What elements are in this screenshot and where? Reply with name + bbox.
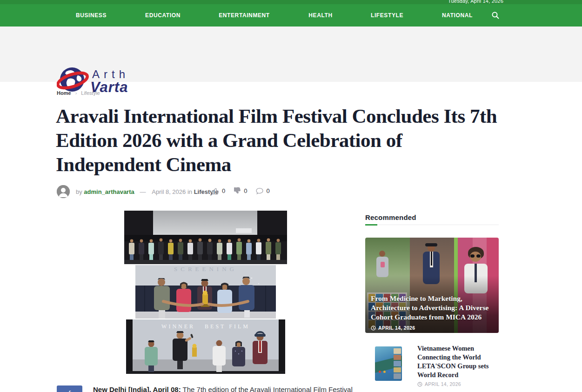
thumbs-down-icon — [234, 187, 241, 195]
featured-card-date-text: APRIL 14, 2026 — [378, 325, 415, 331]
comment-count: 0 — [266, 187, 269, 194]
nav-item-lifestyle[interactable]: LIFESTYLE — [371, 12, 403, 19]
comments-button[interactable]: 0 — [255, 187, 269, 195]
sidebar-heading: Recommended — [365, 213, 499, 221]
article-image-winner-photo: WINNER BEST FILM — [126, 319, 285, 374]
recommended-sidebar: Recommended — [365, 213, 499, 221]
byline-prefix: by — [76, 188, 82, 195]
recommended-featured-card[interactable]: From Medicine to Marketing, Architecture… — [365, 238, 499, 333]
article-body: New Delhi [India], April 08: The 7th edi… — [93, 384, 355, 392]
search-icon[interactable] — [491, 11, 500, 20]
comment-icon — [255, 187, 264, 195]
dislike-count: 0 — [244, 187, 247, 194]
clock-icon — [371, 326, 376, 331]
nav-item-education[interactable]: EDUCATION — [145, 12, 181, 19]
category-prefix: in — [187, 188, 192, 195]
author-link[interactable]: admin_arthavarta — [84, 188, 134, 195]
thumbs-up-icon — [212, 187, 220, 195]
article-meta: by admin_arthavarta — April 8, 2026 in L… — [57, 185, 364, 199]
site-header: Arth Varta — [0, 27, 582, 82]
sidebar-divider — [365, 225, 499, 225]
list-item-date: APRIL 14, 2026 — [417, 381, 461, 387]
screen-text-winner: WINNER BEST FILM — [126, 323, 285, 330]
list-item-thumbnail — [375, 346, 402, 381]
breadcrumb-home[interactable]: Home — [57, 90, 71, 96]
featured-card-date: APRIL 14, 2026 — [371, 325, 415, 331]
byline: by admin_arthavarta — April 8, 2026 in L… — [76, 188, 218, 195]
article-image-trophy-photo: SCREENING — [135, 265, 276, 319]
current-date: Tuesday, April 14, 2026 — [448, 0, 503, 4]
like-button[interactable]: 0 — [212, 187, 225, 195]
article-image-group-photo — [124, 211, 287, 264]
sidebar-divider-accent — [365, 224, 377, 226]
list-item-title: Vietnamese Women Connecting the World LE… — [417, 344, 499, 379]
byline-separator: — — [140, 188, 146, 195]
page-title: Aravali International Film Festival Conc… — [56, 104, 502, 177]
breadcrumb-current[interactable]: Lifestyle — [81, 90, 100, 96]
article-featured-image: SCREENING WINNER BEST FILM — [57, 211, 355, 375]
facebook-share-button[interactable]: f — [57, 385, 82, 392]
main-navigation: BUSINESS EDUCATION ENTERTAINMENT HEALTH … — [0, 4, 582, 27]
top-date-bar: Tuesday, April 14, 2026 — [0, 0, 582, 4]
publish-date: April 8, 2026 — [152, 188, 186, 195]
avatar[interactable] — [57, 185, 70, 198]
dislike-button[interactable]: 0 — [234, 187, 247, 195]
breadcrumb: Home › Lifestyle — [57, 90, 100, 96]
breadcrumb-separator: › — [75, 90, 77, 96]
list-item-date-text: APRIL 14, 2026 — [425, 381, 461, 387]
screen-text-screening: SCREENING — [135, 266, 276, 273]
nav-item-entertainment[interactable]: ENTERTAINMENT — [219, 12, 270, 19]
like-count: 0 — [222, 187, 225, 194]
clock-icon — [417, 382, 422, 387]
reaction-bar: 0 0 0 — [212, 187, 275, 195]
featured-card-title: From Medicine to Marketing, Architecture… — [371, 294, 494, 322]
nav-item-health[interactable]: HEALTH — [308, 12, 332, 19]
nav-item-national[interactable]: NATIONAL — [442, 12, 473, 19]
nav-item-business[interactable]: BUSINESS — [76, 12, 107, 19]
facebook-icon: f — [68, 390, 71, 392]
article-body-lead: New Delhi [India], April 08: — [93, 385, 181, 392]
page: Tuesday, April 14, 2026 BUSINESS EDUCATI… — [0, 0, 582, 392]
